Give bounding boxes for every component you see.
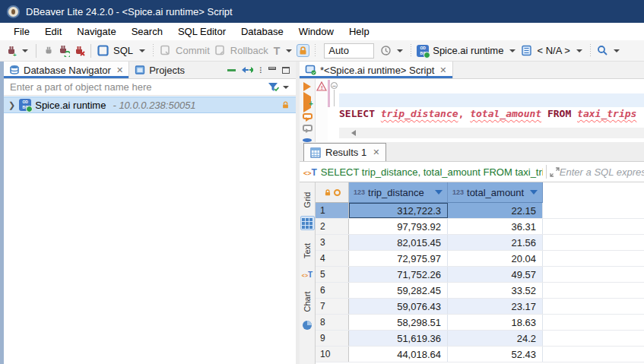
filter-settings[interactable] [268, 82, 296, 92]
cell[interactable]: 23.17 [448, 299, 543, 314]
fold-collapse-icon[interactable]: − [331, 82, 338, 89]
column-header-trip_distance[interactable]: 123trip_distance [349, 182, 448, 203]
cell[interactable]: 52.43 [448, 347, 543, 362]
row-number[interactable]: 1 [316, 203, 349, 218]
minimize-view-icon[interactable] [268, 67, 276, 70]
table-row-10[interactable]: 1044,018.6452.43 [316, 347, 644, 362]
collapse-all-icon[interactable] [227, 69, 236, 71]
table-row-7[interactable]: 759,076.4323.17 [316, 299, 644, 315]
tab-results-1[interactable]: Results 1 ✕ [303, 143, 386, 161]
commit-button[interactable]: Commit [176, 45, 210, 56]
cell[interactable]: 51,619.36 [349, 331, 448, 346]
menu-database[interactable]: Database [233, 26, 291, 37]
scroll-left-icon[interactable] [351, 130, 356, 136]
transaction-log-icon[interactable] [379, 44, 392, 57]
sort-dropdown-icon[interactable] [530, 190, 538, 195]
cell[interactable]: 22.15 [448, 203, 543, 218]
filter-dropdown[interactable] [283, 86, 289, 89]
row-number[interactable]: 2 [316, 219, 349, 234]
table-row-8[interactable]: 858,298.5118.63 [316, 315, 644, 331]
close-icon[interactable]: ✕ [116, 65, 123, 75]
tab-grid[interactable]: Grid [300, 187, 316, 213]
link-with-editor-icon[interactable] [242, 66, 253, 74]
cell[interactable]: 33.52 [448, 283, 543, 298]
cell[interactable]: 59,282.45 [349, 283, 448, 298]
sql-dropdown[interactable] [139, 49, 145, 52]
sql-expression-input[interactable] [560, 166, 644, 178]
cell[interactable]: 71,752.26 [349, 267, 448, 282]
text-view-icon[interactable]: <>T [300, 267, 315, 281]
row-number[interactable]: 8 [316, 315, 349, 330]
row-number[interactable]: 6 [316, 283, 349, 298]
menu-edit[interactable]: Edit [37, 26, 69, 37]
active-schema-selector[interactable]: < N/A > [537, 45, 569, 56]
row-number[interactable]: 4 [316, 251, 349, 266]
sql-editor-icon[interactable] [97, 44, 109, 57]
cell[interactable]: 82,015.45 [349, 235, 448, 250]
search-dropdown[interactable] [614, 49, 620, 52]
row-number[interactable]: 3 [316, 235, 349, 250]
table-row-4[interactable]: 472,975.9720.04 [316, 251, 644, 267]
row-number[interactable]: 7 [316, 299, 349, 314]
tab-text[interactable]: Text [300, 238, 315, 264]
menu-sql-editor[interactable]: SQL Editor [170, 26, 233, 37]
table-row-9[interactable]: 951,619.3624.2 [316, 331, 644, 347]
rollback-icon[interactable] [214, 44, 227, 57]
new-connection-icon[interactable]: + [5, 44, 17, 57]
execute-statement-icon[interactable] [303, 82, 311, 91]
view-menu-icon[interactable]: ⁝ [259, 66, 262, 74]
result-grid[interactable]: 123trip_distance123total_amount 1312,722… [316, 182, 644, 364]
table-row-1[interactable]: 1312,722.322.15 [316, 203, 644, 219]
expand-chevron-icon[interactable]: ❯ [8, 100, 15, 110]
cell[interactable]: 36.31 [448, 219, 543, 234]
object-filter-input[interactable] [4, 81, 268, 93]
transaction-log-dropdown[interactable] [397, 49, 403, 52]
row-number[interactable]: 10 [316, 347, 349, 362]
cell[interactable]: 24.2 [448, 331, 543, 346]
menu-search[interactable]: Search [124, 26, 170, 37]
cell[interactable]: 20.04 [448, 251, 543, 266]
cell[interactable]: 18.63 [448, 315, 543, 330]
cell[interactable]: 72,975.97 [349, 251, 448, 266]
search-icon[interactable] [596, 44, 609, 57]
menu-window[interactable]: Window [291, 26, 341, 37]
cell[interactable]: 97,793.92 [349, 219, 448, 234]
execute-new-tab-icon[interactable]: + [303, 97, 311, 108]
execute-script-icon[interactable] [303, 113, 312, 119]
expand-filter-icon[interactable] [550, 167, 560, 177]
tab-database-navigator[interactable]: Database Navigator ✕ [4, 62, 129, 78]
grid-view-icon[interactable] [300, 216, 315, 230]
maximize-view-icon[interactable] [282, 67, 290, 74]
script-icon[interactable] [303, 125, 312, 131]
row-number[interactable]: 5 [316, 267, 349, 282]
cell[interactable]: 44,018.64 [349, 347, 448, 362]
disconnect-icon[interactable] [72, 44, 85, 57]
table-row-2[interactable]: 297,793.9236.31 [316, 219, 644, 235]
commit-mode-combo[interactable]: Auto [324, 43, 374, 59]
transaction-mode-icon[interactable]: T [274, 45, 281, 57]
sql-button-label[interactable]: SQL [113, 45, 133, 56]
tab-sql-script[interactable]: *<Spice.ai runtime> Script ✕ [300, 62, 453, 78]
tab-chart[interactable]: Chart [297, 289, 318, 315]
row-number[interactable]: 9 [316, 331, 349, 346]
tab-projects[interactable]: Projects [129, 62, 190, 78]
sql-editor-body[interactable]: + ! − SELECT trip_distance, total_amount… [300, 79, 644, 142]
reconnect-icon[interactable] [57, 44, 70, 57]
menu-navigate[interactable]: Navigate [69, 26, 123, 37]
new-connection-dropdown[interactable] [22, 49, 28, 52]
table-row-6[interactable]: 659,282.4533.52 [316, 283, 644, 299]
close-icon[interactable]: ✕ [439, 65, 446, 75]
commit-icon[interactable] [159, 44, 172, 57]
cell[interactable]: 58,298.51 [349, 315, 448, 330]
menu-help[interactable]: Help [341, 26, 377, 37]
table-row-5[interactable]: 571,752.2649.57 [316, 267, 644, 283]
transaction-dropdown[interactable] [286, 49, 292, 52]
cell[interactable]: 21.56 [448, 235, 543, 250]
connection-dropdown[interactable] [509, 49, 516, 52]
schema-dropdown[interactable] [576, 49, 582, 52]
table-row-3[interactable]: 382,015.4521.56 [316, 235, 644, 251]
editor-horizontal-scrollbar[interactable] [339, 128, 644, 138]
connection-tree-item[interactable]: ❯ ODBC Spice.ai runtime - 10.0.0.238:500… [4, 97, 296, 113]
cell[interactable]: 312,722.3 [349, 203, 448, 218]
menu-file[interactable]: File [6, 26, 37, 37]
